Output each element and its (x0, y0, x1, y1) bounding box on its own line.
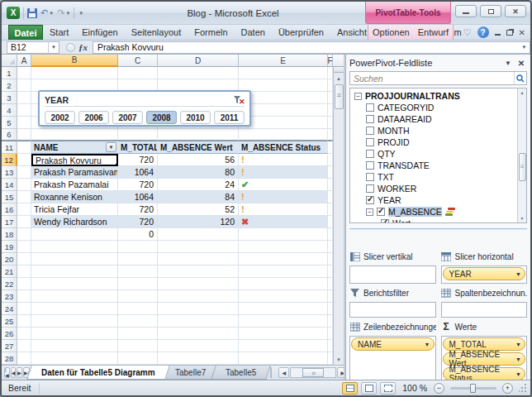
checkbox-m_absence[interactable] (377, 208, 385, 216)
cell-A12[interactable] (17, 154, 31, 166)
tree-item-dataareaid[interactable]: DATAAREAID (353, 113, 516, 125)
row-header-26[interactable]: 26 (2, 328, 17, 340)
checkbox-year[interactable] (366, 196, 374, 204)
checkbox-transdate[interactable] (366, 161, 374, 170)
cell-C28[interactable] (118, 352, 158, 365)
cell-A14[interactable] (17, 179, 31, 191)
cell-A20[interactable] (17, 253, 31, 265)
redo-button[interactable]: ↷▼ (57, 7, 70, 18)
cell-E13[interactable]: ! (239, 166, 328, 179)
cell-D1[interactable] (158, 67, 239, 79)
cell-E25[interactable] (239, 315, 328, 328)
cell-E26[interactable] (239, 328, 328, 340)
slicer-button-2010[interactable]: 2010 (180, 111, 211, 124)
cell-A18[interactable] (17, 228, 31, 241)
cell-C6[interactable] (118, 129, 158, 141)
cell-B11[interactable]: NAME▼ (31, 141, 118, 154)
cell-B1[interactable] (31, 67, 118, 79)
cell-C12[interactable]: 720 (118, 154, 158, 166)
cell-A26[interactable] (17, 328, 31, 340)
cell-C27[interactable] (118, 340, 158, 352)
cell-B24[interactable] (31, 303, 118, 315)
search-input[interactable]: Suchen (349, 71, 527, 85)
tree-item-projjournaltrans[interactable]: −PROJJOURNALTRANS (353, 90, 516, 102)
sheet-tab-tabelle5[interactable]: Tabelle5 (211, 366, 271, 380)
checkbox-month[interactable] (366, 127, 374, 135)
zone-box-spaltenbezeichnun---[interactable] (441, 302, 528, 318)
cell-E1[interactable] (239, 67, 328, 79)
tree-item-qty[interactable]: QTY (353, 148, 516, 160)
checkbox-worker[interactable] (366, 184, 374, 193)
cell-D6[interactable] (158, 129, 239, 141)
cell-D16[interactable]: 52 (158, 203, 239, 216)
row-header-15[interactable]: 15 (2, 191, 17, 203)
row-header-6[interactable]: 6 (2, 129, 17, 141)
cell-C1[interactable] (118, 67, 158, 79)
cell-B23[interactable] (31, 290, 118, 303)
minimize-button[interactable] (455, 5, 477, 17)
cell-C22[interactable] (118, 278, 158, 290)
zoom-in-button[interactable]: + (502, 383, 513, 394)
slicer-button-2011[interactable]: 2011 (214, 111, 245, 124)
row-header-22[interactable]: 22 (2, 278, 17, 290)
ribbon-tab-seitenlayout[interactable]: Seitenlayout (125, 25, 188, 40)
ribbon-tab-formeln[interactable]: Formeln (188, 25, 234, 40)
column-header-A[interactable]: A (17, 55, 31, 67)
cell-C17[interactable]: 720 (118, 216, 158, 228)
row-header-1[interactable]: 1 (2, 67, 17, 79)
cell-C21[interactable] (118, 265, 158, 278)
pill-dropdown-icon[interactable]: ▼ (515, 371, 521, 377)
cell-B18[interactable] (31, 228, 118, 241)
close-button[interactable]: ✕ (505, 5, 526, 17)
workbook-close-button[interactable]: ✕ (519, 28, 525, 37)
checkbox-dataareaid[interactable] (366, 115, 374, 123)
tree-item-wert[interactable]: Wert (353, 218, 516, 223)
cell-E20[interactable] (239, 253, 328, 265)
cell-A11[interactable] (17, 141, 31, 154)
cell-E11[interactable]: M_ABSENCE Status (239, 141, 328, 154)
scrollbar-thumb[interactable] (302, 368, 324, 377)
tree-scrollbar[interactable]: ▲ ▼ (517, 88, 526, 222)
cell-C19[interactable] (118, 241, 158, 253)
panel-close-icon[interactable]: ✕ (515, 59, 527, 68)
cell-A16[interactable] (17, 203, 31, 216)
workbook-restore-button[interactable] (506, 30, 513, 36)
checkbox-txt[interactable] (366, 173, 374, 181)
row-header-23[interactable]: 23 (2, 290, 17, 303)
row-header-11[interactable]: 11 (2, 141, 17, 154)
row-header-18[interactable]: 18 (2, 228, 17, 241)
cell-A6[interactable] (17, 129, 31, 141)
cell-A13[interactable] (17, 166, 31, 179)
ribbon-tab-start[interactable]: Start (43, 25, 75, 40)
workbook-minimize-button[interactable] (495, 29, 501, 36)
cell-B26[interactable] (31, 328, 118, 340)
name-box-dropdown-icon[interactable]: ▼ (48, 42, 59, 53)
ribbon-tab-daten[interactable]: Daten (235, 25, 272, 40)
field-pill-name[interactable]: NAME▼ (351, 337, 435, 351)
scrollbar-thumb[interactable] (335, 84, 344, 109)
cell-B25[interactable] (31, 315, 118, 328)
zoom-out-button[interactable]: − (434, 383, 444, 394)
clear-filter-icon[interactable]: ✕ (233, 95, 245, 105)
cell-D22[interactable] (158, 278, 239, 290)
cell-E23[interactable] (239, 290, 328, 303)
row-header-3[interactable]: 3 (2, 92, 17, 104)
expander-collapse-icon[interactable]: − (354, 93, 362, 100)
field-pill-m_total[interactable]: M_TOTAL▼ (443, 337, 526, 351)
column-header-D[interactable]: D (158, 55, 239, 67)
cell-A3[interactable] (17, 92, 31, 104)
zoom-slider[interactable] (450, 387, 496, 390)
search-icon[interactable] (514, 72, 526, 84)
row-header-27[interactable]: 27 (2, 340, 17, 352)
ribbon-tab-optionen[interactable]: Optionen (373, 27, 410, 37)
cell-D19[interactable] (158, 241, 239, 253)
cell-B21[interactable] (31, 265, 118, 278)
cell-D18[interactable] (158, 228, 239, 241)
cell-E15[interactable]: ! (239, 191, 328, 203)
cell-E18[interactable] (239, 228, 328, 241)
scroll-up-icon[interactable]: ▲ (520, 88, 525, 97)
row-header-2[interactable]: 2 (2, 79, 17, 92)
checkbox-projid[interactable] (366, 138, 374, 146)
zone-box-zeilenbezeichnungen[interactable]: NAME▼ (349, 336, 436, 384)
cell-C18[interactable]: 0 (118, 228, 158, 241)
